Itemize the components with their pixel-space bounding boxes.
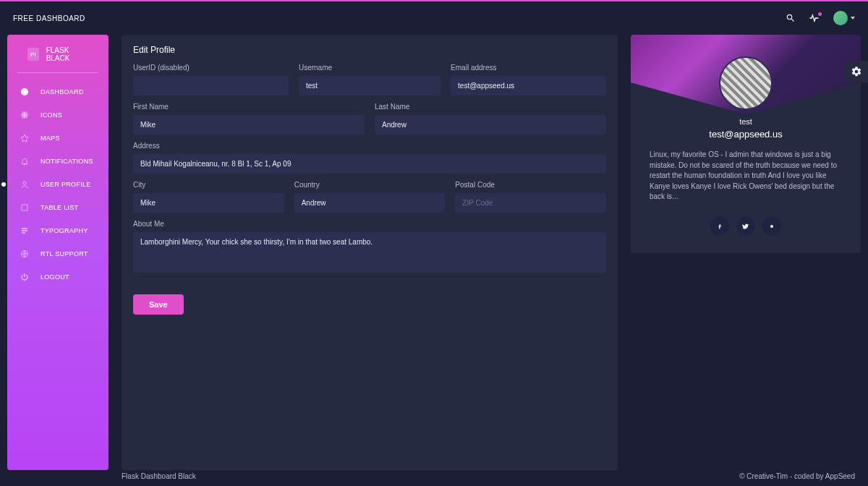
logo-icon: PI xyxy=(27,48,39,61)
edit-profile-card: Edit Profile UserID (disabled) Username … xyxy=(122,35,618,470)
city-input[interactable] xyxy=(133,193,284,213)
label-userid: UserID (disabled) xyxy=(133,64,289,72)
chevron-down-icon xyxy=(851,17,855,20)
pie-icon xyxy=(20,88,30,96)
sidebar-item-logout[interactable]: LOGOUT xyxy=(7,265,109,289)
topbar: FREE DASHBOARD xyxy=(0,1,868,35)
profile-name: test xyxy=(642,117,849,126)
label-city: City xyxy=(133,181,284,189)
page-title: FREE DASHBOARD xyxy=(13,14,85,22)
user-menu[interactable] xyxy=(833,11,855,25)
sidebar-item-label: NOTIFICATIONS xyxy=(41,158,93,165)
settings-fab[interactable] xyxy=(845,61,868,82)
profile-card: test test@appseed.us Linux, my favorite … xyxy=(631,35,861,253)
sidebar-item-label: RTL SUPPORT xyxy=(41,250,88,257)
label-address: Address xyxy=(133,142,606,150)
sidebar-item-notifications[interactable]: NOTIFICATIONS xyxy=(7,150,109,173)
social-row xyxy=(642,217,849,236)
sidebar-item-label: ICONS xyxy=(41,111,62,119)
about-input[interactable] xyxy=(133,232,606,273)
country-input[interactable] xyxy=(294,193,446,213)
sidebar-brand[interactable]: PI FLASK BLACK xyxy=(17,46,98,73)
firstname-input[interactable] xyxy=(133,115,365,135)
text-icon xyxy=(20,226,30,235)
save-button[interactable]: Save xyxy=(133,294,184,315)
user-icon xyxy=(20,180,30,189)
sidebar-item-rtl[interactable]: RTL SUPPORT xyxy=(7,242,109,265)
svg-point-4 xyxy=(23,182,26,184)
label-country: Country xyxy=(294,181,446,189)
sidebar-item-label: TYPOGRAPHY xyxy=(41,227,88,234)
postal-input[interactable] xyxy=(455,193,606,213)
username-input[interactable] xyxy=(299,76,441,95)
svg-point-0 xyxy=(24,114,25,116)
label-lastname: Last Name xyxy=(375,103,606,111)
label-username: Username xyxy=(299,64,441,72)
profile-avatar[interactable] xyxy=(719,56,773,110)
lastname-input[interactable] xyxy=(375,115,606,135)
svg-point-7 xyxy=(770,224,773,227)
search-icon[interactable] xyxy=(786,13,796,23)
sidebar: PI FLASK BLACK DASHBOARD ICONS MAPS NOTI… xyxy=(7,35,109,470)
globe-icon xyxy=(20,250,30,258)
label-about: About Me xyxy=(133,220,606,228)
pin-icon xyxy=(20,134,30,142)
sidebar-item-dashboard[interactable]: DASHBOARD xyxy=(7,80,109,103)
sidebar-item-table-list[interactable]: TABLE LIST xyxy=(7,196,109,219)
activity-icon[interactable] xyxy=(809,14,820,22)
userid-input xyxy=(133,76,289,95)
power-icon xyxy=(20,273,30,281)
sidebar-item-typography[interactable]: TYPOGRAPHY xyxy=(7,219,109,242)
email-input[interactable] xyxy=(451,76,606,95)
twitter-button[interactable] xyxy=(736,217,755,236)
sidebar-item-user-profile[interactable]: USER PROFILE xyxy=(7,173,109,196)
sidebar-item-maps[interactable]: MAPS xyxy=(7,127,109,150)
google-button[interactable] xyxy=(762,217,781,236)
gear-icon xyxy=(851,66,862,77)
profile-bio: Linux, my favorite OS - I admin that win… xyxy=(642,150,849,202)
atom-icon xyxy=(20,111,30,119)
sidebar-item-icons[interactable]: ICONS xyxy=(7,103,109,127)
profile-email: test@appseed.us xyxy=(642,129,849,140)
label-email: Email address xyxy=(451,64,606,72)
sidebar-item-label: TABLE LIST xyxy=(41,204,78,211)
sidebar-item-label: DASHBOARD xyxy=(41,88,84,95)
avatar-icon xyxy=(833,11,848,25)
card-title: Edit Profile xyxy=(133,45,606,55)
label-firstname: First Name xyxy=(133,103,365,111)
puzzle-icon xyxy=(20,203,30,212)
sidebar-item-label: USER PROFILE xyxy=(41,181,91,188)
sidebar-item-label: MAPS xyxy=(41,135,60,142)
facebook-button[interactable] xyxy=(710,217,729,236)
svg-rect-5 xyxy=(22,205,27,210)
bell-icon xyxy=(20,157,30,166)
sidebar-item-label: LOGOUT xyxy=(41,273,69,281)
label-postal: Postal Code xyxy=(455,181,606,189)
footer-left: Flask Dashboard Black xyxy=(122,472,196,480)
footer-right: © Creative-Tim - coded by AppSeed xyxy=(739,472,855,480)
footer: Flask Dashboard Black © Creative-Tim - c… xyxy=(122,472,855,480)
address-input[interactable] xyxy=(133,154,606,174)
brand-label: FLASK BLACK xyxy=(46,46,88,62)
